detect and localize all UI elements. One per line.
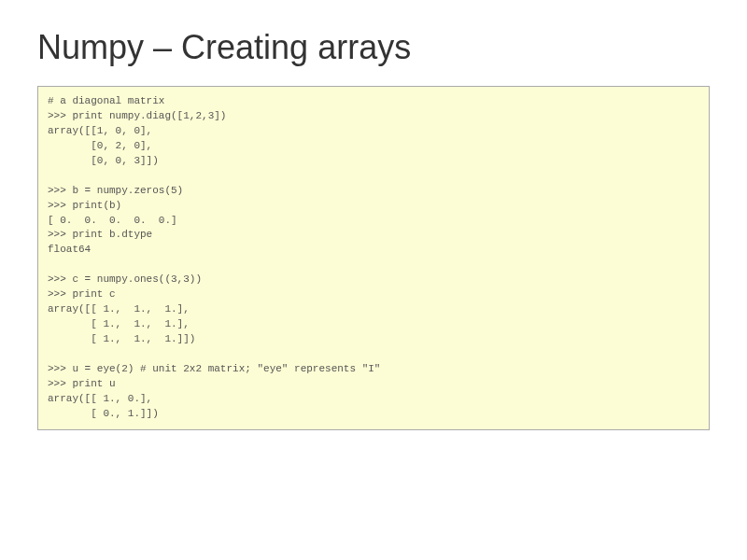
slide-container: Numpy – Creating arrays # a diagonal mat…	[0, 0, 747, 458]
code-block: # a diagonal matrix >>> print numpy.diag…	[37, 86, 710, 430]
slide-title: Numpy – Creating arrays	[37, 28, 710, 67]
